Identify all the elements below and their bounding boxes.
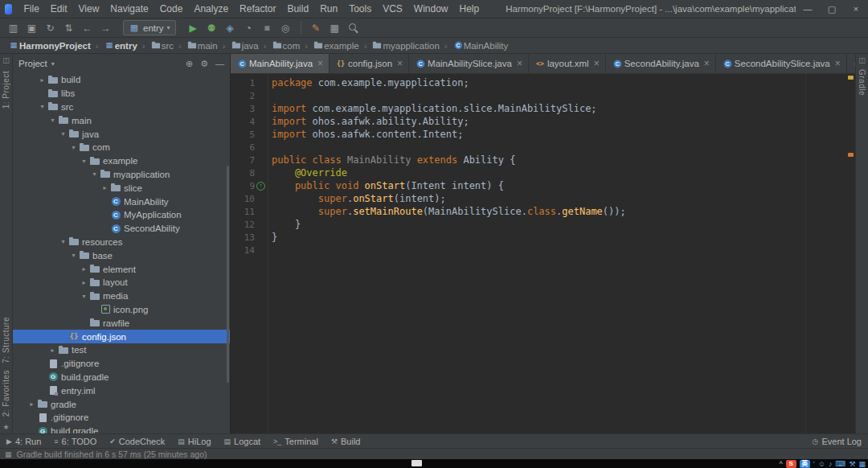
hide-panel-icon[interactable]: — bbox=[215, 59, 224, 69]
code-line[interactable]: public class MainAbility extends Ability… bbox=[272, 154, 855, 166]
toolbox-icon[interactable]: ⚒ bbox=[849, 460, 855, 468]
close-tab-icon[interactable]: × bbox=[835, 59, 841, 68]
editor-scrollbar[interactable] bbox=[847, 74, 854, 433]
menu-item[interactable]: Refactor bbox=[234, 0, 281, 18]
tree-row[interactable]: ▸ element bbox=[13, 262, 230, 276]
tree-arrow-icon[interactable]: ▾ bbox=[89, 170, 100, 178]
event-log-button[interactable]: ◷ Event Log bbox=[813, 437, 862, 446]
breadcrumb-item[interactable]: MainAbility bbox=[440, 40, 508, 51]
settings-icon[interactable]: ⚙ bbox=[200, 59, 208, 69]
logcat-toolwindow-button[interactable]: ▤ Logcat bbox=[224, 437, 261, 446]
code-line[interactable]: import ohos.aafwk.content.Intent; bbox=[272, 128, 855, 141]
tree-arrow-icon[interactable]: ▸ bbox=[27, 400, 37, 408]
menu-item[interactable]: Run bbox=[314, 0, 343, 18]
gutter-line[interactable]: 10 bbox=[231, 192, 268, 205]
attach-icon[interactable]: ◎ bbox=[276, 20, 295, 36]
punctuation-icon[interactable]: ’ bbox=[813, 460, 815, 468]
gutter-line[interactable]: 14 bbox=[231, 244, 268, 257]
menu-item[interactable]: Tools bbox=[343, 0, 377, 18]
close-tab-icon[interactable]: × bbox=[594, 59, 600, 68]
tree-arrow-icon[interactable]: ▸ bbox=[37, 76, 47, 84]
menu-item[interactable]: Window bbox=[408, 0, 454, 18]
structure-toolwindow-tab[interactable]: 7: Structure bbox=[2, 317, 10, 363]
gutter-line[interactable]: 5 bbox=[231, 128, 268, 141]
tree-row[interactable]: ▾ java bbox=[13, 127, 230, 141]
tree-row[interactable]: rawfile bbox=[13, 316, 230, 330]
code-line[interactable] bbox=[272, 141, 855, 154]
editor-tab[interactable]: SecondAbilitySlice.java × bbox=[716, 54, 847, 73]
gutter-line[interactable]: 9↑ bbox=[231, 179, 268, 192]
maximize-button[interactable]: ▢ bbox=[820, 0, 844, 18]
gutter-line[interactable]: 6 bbox=[231, 141, 268, 154]
tree-row[interactable]: entry.iml bbox=[13, 384, 230, 397]
tree-row[interactable]: ▸ build bbox=[13, 73, 230, 87]
override-method-icon[interactable]: ↑ bbox=[256, 182, 265, 191]
tray-expand-icon[interactable]: ^ bbox=[779, 460, 782, 468]
code-line[interactable]: } bbox=[272, 231, 855, 244]
todo-toolwindow-button[interactable]: ≡ 6: TODO bbox=[54, 437, 96, 446]
tree-row[interactable]: .gitignore bbox=[13, 357, 230, 371]
toolwindow-toggle-icon[interactable]: ▦ bbox=[5, 450, 12, 458]
tree-row[interactable]: icon.png bbox=[13, 303, 230, 317]
mic-icon[interactable]: ♪ bbox=[829, 460, 833, 468]
menu-item[interactable]: Edit bbox=[45, 0, 73, 18]
save-all-icon[interactable]: ▣ bbox=[23, 20, 41, 36]
tree-row[interactable]: ▾ com bbox=[13, 141, 230, 154]
menu-item[interactable]: Code bbox=[154, 0, 189, 18]
code-line[interactable] bbox=[272, 89, 855, 102]
tree-arrow-icon[interactable]: ▸ bbox=[47, 347, 58, 354]
tree-row[interactable]: config.json bbox=[13, 330, 230, 343]
tree-row[interactable]: libs bbox=[13, 87, 230, 101]
tree-row[interactable]: build.gradle bbox=[13, 371, 230, 384]
tree-row[interactable]: build.gradle bbox=[13, 425, 230, 433]
lang-en-icon[interactable]: 英 bbox=[800, 460, 810, 468]
gutter-line[interactable]: 2 bbox=[231, 89, 268, 102]
editor-tab[interactable]: SecondAbility.java × bbox=[606, 54, 716, 73]
tree-arrow-icon[interactable]: ▾ bbox=[68, 144, 79, 151]
chevron-down-icon[interactable]: ▾ bbox=[51, 60, 55, 68]
editor-tab[interactable]: layout.xml × bbox=[529, 54, 606, 73]
breadcrumb-item[interactable]: main bbox=[174, 40, 218, 51]
code-line[interactable]: import ohos.aafwk.ability.Ability; bbox=[272, 115, 855, 128]
close-tab-icon[interactable]: × bbox=[397, 59, 403, 68]
code-line[interactable]: public void onStart(Intent intent) { bbox=[272, 179, 855, 192]
gutter-line[interactable]: 4 bbox=[231, 115, 268, 128]
caret-line-marker[interactable] bbox=[848, 153, 854, 157]
breadcrumb-item[interactable]: HarmonyProject bbox=[8, 40, 91, 51]
menu-item[interactable]: Analyze bbox=[188, 0, 234, 18]
tree-scrollbar[interactable] bbox=[227, 166, 229, 383]
tree-arrow-icon[interactable]: ▾ bbox=[79, 158, 89, 165]
tree-row[interactable]: ▾ media bbox=[13, 289, 230, 303]
menu-item[interactable]: Build bbox=[281, 0, 314, 18]
menu-item[interactable]: Help bbox=[454, 0, 485, 18]
tree-row[interactable]: ▸ layout bbox=[13, 276, 230, 289]
stop-icon[interactable]: ■ bbox=[258, 20, 276, 36]
tree-row[interactable]: ▾ example bbox=[13, 154, 230, 168]
tree-arrow-icon[interactable]: ▾ bbox=[58, 238, 68, 245]
tree-arrow-icon[interactable]: ▾ bbox=[47, 117, 58, 124]
minimize-button[interactable]: — bbox=[796, 0, 820, 18]
favorites-toolwindow-tab[interactable]: 2: Favorites bbox=[2, 370, 10, 417]
code-line[interactable]: super.onStart(intent); bbox=[272, 192, 855, 205]
marker-icon[interactable]: ✎ bbox=[307, 20, 326, 36]
menu-item[interactable]: View bbox=[73, 0, 105, 18]
build-toolwindow-button[interactable]: ⚒ Build bbox=[331, 437, 361, 446]
tree-row[interactable]: ▸ slice bbox=[13, 181, 230, 195]
tree-arrow-icon[interactable]: ▸ bbox=[100, 184, 110, 191]
plugins-icon[interactable]: ▦ bbox=[326, 20, 344, 36]
tree-row[interactable]: MyApplication bbox=[13, 208, 230, 222]
run-config-select[interactable]: entry ▾ bbox=[123, 20, 176, 35]
breadcrumb-item[interactable]: example bbox=[300, 40, 358, 51]
menu-item[interactable]: Navigate bbox=[104, 0, 154, 18]
editor-tab[interactable]: config.json × bbox=[330, 54, 409, 73]
run-toolwindow-button[interactable]: ▶ 4: Run bbox=[6, 437, 41, 446]
code-line[interactable]: @Override bbox=[272, 166, 855, 179]
back-icon[interactable]: ← bbox=[78, 20, 96, 36]
project-toolwindow-tab[interactable]: 1: Project bbox=[2, 71, 10, 109]
tree-arrow-icon[interactable]: ▸ bbox=[79, 265, 89, 273]
tree-row[interactable]: ▾ resources bbox=[13, 236, 230, 249]
code-line[interactable]: import com.example.myapplication.slice.M… bbox=[272, 102, 855, 115]
editor-tab[interactable]: MainAbilitySlice.java × bbox=[409, 54, 529, 73]
tree-arrow-icon[interactable]: ▾ bbox=[68, 252, 79, 259]
forward-icon[interactable]: → bbox=[96, 20, 115, 36]
